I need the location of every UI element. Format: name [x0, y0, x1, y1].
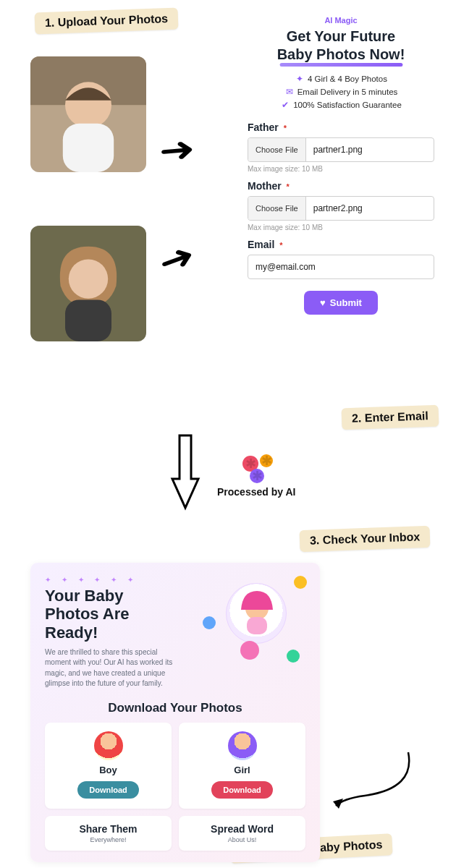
- sample-photo-mother: [30, 226, 146, 341]
- person-illustration: [30, 226, 146, 341]
- email-field-label: Email *: [248, 239, 434, 250]
- step-2-label: 2. Enter Email: [342, 405, 439, 430]
- download-heading: Download Your Photos: [45, 701, 305, 715]
- mother-file-name: partner2.png: [306, 197, 434, 220]
- father-field-label: Father *: [248, 122, 434, 133]
- form-title-line1: Get Your Future: [287, 28, 395, 44]
- person-dot-icon: [294, 576, 307, 589]
- person-illustration: [30, 56, 146, 172]
- sample-photo-father: [30, 56, 146, 172]
- spread-word-card[interactable]: Spread Word About Us!: [179, 816, 305, 851]
- mother-field-label: Mother *: [248, 180, 434, 192]
- svg-rect-9: [247, 617, 267, 634]
- feature-text: Email Delivery in 5 minutes: [297, 88, 398, 96]
- step-1-label: 1. Upload Your Photos: [35, 8, 179, 35]
- processed-by-ai: Processed by AI: [217, 454, 295, 498]
- processed-label: Processed by AI: [217, 486, 295, 498]
- choose-file-button[interactable]: Choose File: [248, 138, 306, 161]
- check-icon: ✔: [280, 100, 290, 110]
- arrow-down-icon: [169, 433, 201, 512]
- required-mark: *: [287, 182, 290, 191]
- feature-item: ✔100% Satisfaction Guarantee: [248, 100, 434, 110]
- result-body-text: We are thrilled to share this special mo…: [45, 647, 182, 689]
- arrow-icon: ➜: [153, 234, 200, 283]
- feature-item: ✉Email Delivery in 5 minutes: [248, 87, 434, 97]
- heart-icon: ♥: [320, 297, 326, 308]
- feature-item: ✦4 Girl & 4 Boy Photos: [248, 74, 434, 84]
- label-text: Email: [248, 239, 274, 250]
- curvy-arrow-icon: [329, 745, 415, 810]
- boy-avatar-icon: [94, 731, 123, 760]
- result-heading: Your Baby Photos Are Ready!: [45, 587, 175, 642]
- feature-list: ✦4 Girl & 4 Boy Photos ✉Email Delivery i…: [248, 74, 434, 110]
- feature-text: 4 Girl & 4 Boy Photos: [308, 75, 387, 83]
- email-input[interactable]: [248, 255, 434, 279]
- label-text: Mother: [248, 180, 282, 192]
- mother-file-input[interactable]: Choose File partner2.png: [248, 196, 434, 221]
- ai-magic-label: AI Magic: [248, 16, 434, 25]
- mail-icon: ✉: [284, 87, 295, 97]
- girl-label: Girl: [185, 765, 300, 775]
- spread-title: Spread Word: [185, 823, 300, 835]
- download-girl-button[interactable]: Download: [211, 781, 273, 799]
- choose-file-button[interactable]: Choose File: [248, 197, 306, 220]
- person-dot-icon: [287, 650, 300, 663]
- step-3-label: 3. Check Your Inbox: [299, 526, 430, 552]
- mother-size-hint: Max image size: 10 MB: [248, 224, 434, 231]
- download-card-boy: Boy Download: [45, 723, 172, 809]
- required-mark: *: [279, 241, 282, 250]
- person-dot-icon: [203, 616, 216, 629]
- result-email-card: ✦ ✦ ✦ ✦ ✦ ✦ Your Baby Photos Are Ready! …: [30, 563, 320, 862]
- family-illustration: [226, 583, 287, 644]
- mom-icon: [227, 584, 287, 644]
- sparkle-icon: ✦: [295, 74, 305, 84]
- label-text: Father: [248, 122, 279, 133]
- gears-icon: [240, 454, 273, 483]
- share-title: Share Them: [51, 823, 166, 835]
- boy-label: Boy: [51, 765, 166, 775]
- feature-text: 100% Satisfaction Guarantee: [293, 101, 402, 109]
- father-size-hint: Max image size: 10 MB: [248, 165, 434, 173]
- person-dot-icon: [240, 641, 259, 660]
- svg-point-6: [69, 259, 108, 298]
- confetti-icon: ✦ ✦ ✦ ✦ ✦ ✦: [45, 576, 305, 584]
- svg-rect-3: [63, 124, 114, 172]
- share-subtitle: Everywhere!: [51, 836, 166, 843]
- form-title-line2: Baby Photos Now!: [277, 46, 405, 64]
- spread-subtitle: About Us!: [185, 836, 300, 843]
- form-title: Get Your Future Baby Photos Now!: [248, 27, 434, 64]
- upload-form-card: AI Magic Get Your Future Baby Photos Now…: [236, 6, 446, 331]
- father-file-name: partner1.png: [306, 138, 434, 161]
- submit-button[interactable]: ♥ Submit: [304, 291, 378, 315]
- girl-avatar-icon: [228, 731, 257, 760]
- download-card-girl: Girl Download: [179, 723, 305, 809]
- svg-rect-7: [65, 299, 111, 341]
- submit-label: Submit: [330, 297, 362, 308]
- share-card[interactable]: Share Them Everywhere!: [45, 816, 172, 851]
- father-file-input[interactable]: Choose File partner1.png: [248, 137, 434, 162]
- required-mark: *: [284, 124, 287, 132]
- arrow-icon: ➜: [157, 129, 197, 171]
- download-boy-button[interactable]: Download: [77, 781, 139, 799]
